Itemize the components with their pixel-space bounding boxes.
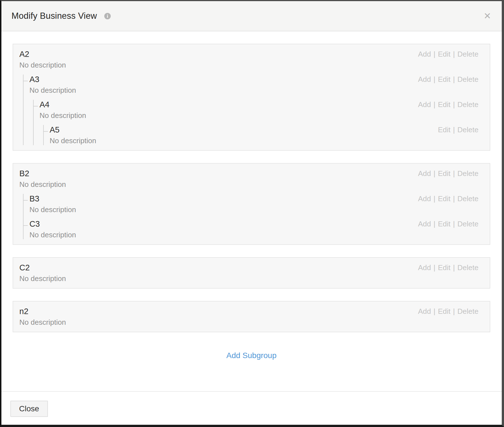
group-card: C2No descriptionAdd|Edit|Delete xyxy=(13,257,490,289)
node-title: A4 xyxy=(40,100,86,109)
node-title: C3 xyxy=(29,219,76,229)
node-actions: Edit|Delete xyxy=(429,125,478,134)
action-separator: | xyxy=(434,220,436,228)
node-title: n2 xyxy=(19,307,66,316)
node-title: B3 xyxy=(29,194,76,203)
tree-node-header: B2No descriptionAdd|Edit|Delete xyxy=(19,169,478,189)
action-separator: | xyxy=(453,263,455,272)
action-separator: | xyxy=(434,75,436,83)
tree-node-text: C3No description xyxy=(29,219,76,239)
close-icon[interactable]: ✕ xyxy=(484,11,491,20)
node-description: No description xyxy=(19,61,66,69)
add-action-link[interactable]: Add xyxy=(418,307,431,315)
tree-node-text: A3No description xyxy=(29,75,76,95)
delete-action-link[interactable]: Delete xyxy=(457,100,478,109)
tree-node-text: A2No description xyxy=(19,49,66,69)
edit-action-link[interactable]: Edit xyxy=(438,126,450,134)
add-action-link[interactable]: Add xyxy=(418,194,431,203)
action-separator: | xyxy=(453,50,455,58)
add-action-link[interactable]: Add xyxy=(418,75,431,83)
action-separator: | xyxy=(453,307,455,315)
tree-node-children: A5No descriptionEdit|Delete xyxy=(43,125,478,145)
node-actions: Add|Edit|Delete xyxy=(410,263,478,272)
tree-node-text: B2No description xyxy=(19,169,66,189)
node-actions: Add|Edit|Delete xyxy=(410,307,478,316)
node-actions: Add|Edit|Delete xyxy=(410,194,478,203)
action-separator: | xyxy=(453,194,455,203)
node-actions: Add|Edit|Delete xyxy=(410,219,478,229)
action-separator: | xyxy=(434,194,436,203)
action-separator: | xyxy=(453,126,455,134)
node-description: No description xyxy=(29,205,76,214)
modal-header: Modify Business View i ✕ xyxy=(1,1,502,31)
modal-window: Modify Business View i ✕ A2No descriptio… xyxy=(0,0,504,427)
edit-action-link[interactable]: Edit xyxy=(438,169,450,178)
add-action-link[interactable]: Add xyxy=(418,220,431,228)
tree-node-header: A3No descriptionAdd|Edit|Delete xyxy=(29,75,478,95)
tree-node-header: C2No descriptionAdd|Edit|Delete xyxy=(19,263,478,283)
add-action-link[interactable]: Add xyxy=(418,169,431,178)
info-icon[interactable]: i xyxy=(104,13,111,19)
delete-action-link[interactable]: Delete xyxy=(457,307,478,315)
group-card: B2No descriptionAdd|Edit|DeleteB3No desc… xyxy=(13,163,490,245)
tree-node-header: C3No descriptionAdd|Edit|Delete xyxy=(29,219,478,239)
tree-node: n2No descriptionAdd|Edit|Delete xyxy=(19,307,478,327)
action-separator: | xyxy=(434,100,436,109)
delete-action-link[interactable]: Delete xyxy=(457,263,478,272)
delete-action-link[interactable]: Delete xyxy=(457,169,478,178)
close-button[interactable]: Close xyxy=(10,401,48,417)
tree-node: A4No descriptionAdd|Edit|DeleteA5No desc… xyxy=(34,100,478,145)
group-card: A2No descriptionAdd|Edit|DeleteA3No desc… xyxy=(13,44,490,151)
action-separator: | xyxy=(434,307,436,315)
tree-node-header: A4No descriptionAdd|Edit|Delete xyxy=(40,100,478,120)
tree-node-text: n2No description xyxy=(19,307,66,327)
add-action-link[interactable]: Add xyxy=(418,100,431,109)
action-separator: | xyxy=(434,50,436,58)
tree-node-text: B3No description xyxy=(29,194,76,214)
tree-node-text: A5No description xyxy=(50,125,96,145)
delete-action-link[interactable]: Delete xyxy=(457,75,478,83)
node-actions: Add|Edit|Delete xyxy=(410,169,478,178)
add-action-link[interactable]: Add xyxy=(418,50,431,58)
edit-action-link[interactable]: Edit xyxy=(438,307,450,315)
node-description: No description xyxy=(19,274,66,283)
edit-action-link[interactable]: Edit xyxy=(438,220,450,228)
tree-node-children: A3No descriptionAdd|Edit|DeleteA4No desc… xyxy=(23,75,478,145)
node-description: No description xyxy=(40,111,86,120)
modal-title: Modify Business View xyxy=(11,11,97,21)
node-description: No description xyxy=(19,180,66,189)
node-description: No description xyxy=(29,86,76,95)
modal-body: A2No descriptionAdd|Edit|DeleteA3No desc… xyxy=(1,31,502,391)
delete-action-link[interactable]: Delete xyxy=(457,194,478,203)
edit-action-link[interactable]: Edit xyxy=(438,100,450,109)
action-separator: | xyxy=(434,169,436,178)
tree-node: C2No descriptionAdd|Edit|Delete xyxy=(19,263,478,283)
group-card: n2No descriptionAdd|Edit|Delete xyxy=(13,301,490,332)
delete-action-link[interactable]: Delete xyxy=(457,220,478,228)
edit-action-link[interactable]: Edit xyxy=(438,194,450,203)
tree-node: C3No descriptionAdd|Edit|Delete xyxy=(24,219,478,239)
delete-action-link[interactable]: Delete xyxy=(457,50,478,58)
action-separator: | xyxy=(453,169,455,178)
node-description: No description xyxy=(19,318,66,327)
modal-footer: Close xyxy=(1,391,502,425)
node-title: B2 xyxy=(19,169,66,178)
edit-action-link[interactable]: Edit xyxy=(438,50,450,58)
action-separator: | xyxy=(453,75,455,83)
tree-node: A5No descriptionEdit|Delete xyxy=(44,125,478,145)
group-list: A2No descriptionAdd|Edit|DeleteA3No desc… xyxy=(13,44,490,332)
add-action-link[interactable]: Add xyxy=(418,263,431,272)
edit-action-link[interactable]: Edit xyxy=(438,75,450,83)
delete-action-link[interactable]: Delete xyxy=(457,126,478,134)
action-separator: | xyxy=(434,263,436,272)
add-subgroup-link[interactable]: Add Subgroup xyxy=(226,351,276,360)
node-title: A5 xyxy=(50,125,96,134)
tree-node-header: B3No descriptionAdd|Edit|Delete xyxy=(29,194,478,214)
node-actions: Add|Edit|Delete xyxy=(410,49,478,59)
node-title: A3 xyxy=(29,75,76,84)
node-title: A2 xyxy=(19,49,66,59)
tree-node: A3No descriptionAdd|Edit|DeleteA4No desc… xyxy=(24,75,478,145)
edit-action-link[interactable]: Edit xyxy=(438,263,450,272)
node-actions: Add|Edit|Delete xyxy=(410,75,478,84)
tree-node-header: A2No descriptionAdd|Edit|Delete xyxy=(19,49,478,69)
